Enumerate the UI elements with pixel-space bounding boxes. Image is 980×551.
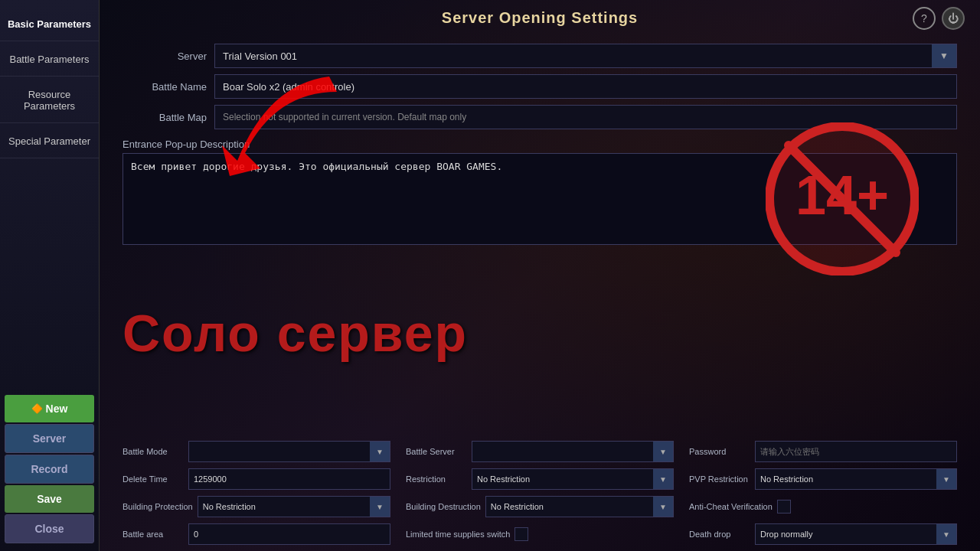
pvp-restriction-select[interactable]: No Restriction ▼ — [755, 468, 957, 490]
pvp-restriction-value: No Restriction — [756, 471, 936, 487]
sidebar: Basic Parameters Battle Parameters Resou… — [0, 0, 100, 551]
battle-area-item: Battle area — [122, 523, 390, 545]
server-button[interactable]: Server — [5, 424, 93, 453]
sidebar-nav: Basic Parameters Battle Parameters Resou… — [0, 8, 99, 158]
power-icon[interactable]: ⏻ — [942, 7, 965, 30]
limited-supplies-checkbox[interactable] — [514, 527, 528, 541]
battle-mode-label: Battle Mode — [122, 447, 184, 456]
battle-server-select[interactable]: ▼ — [472, 441, 674, 462]
battle-mode-arrow[interactable]: ▼ — [370, 442, 390, 461]
server-label: Server — [122, 51, 207, 62]
death-drop-arrow[interactable]: ▼ — [936, 524, 956, 544]
battle-mode-select[interactable]: ▼ — [188, 441, 390, 462]
restriction-select[interactable]: No Restriction ▼ — [472, 468, 674, 490]
form-area: Server Trial Version 001 ▼ Battle Name B… — [100, 36, 980, 435]
battle-area-label: Battle area — [122, 530, 184, 539]
building-protection-select[interactable]: No Restriction ▼ — [198, 496, 390, 517]
battle-mode-item: Battle Mode ▼ — [122, 441, 390, 462]
main-content: Server Opening Settings ? ⏻ Server Trial… — [100, 0, 980, 551]
server-select[interactable]: Trial Version 001 ▼ — [214, 44, 957, 68]
pvp-restriction-arrow[interactable]: ▼ — [936, 469, 956, 489]
battle-area-input[interactable] — [188, 523, 390, 545]
close-button[interactable]: Close — [5, 514, 93, 543]
limited-supplies-label: Limited time supplies switch — [406, 530, 510, 539]
battle-name-label: Battle Name — [122, 81, 207, 93]
building-destruction-value: No Restriction — [486, 499, 653, 514]
sidebar-item-basic-parameters[interactable]: Basic Parameters — [0, 8, 99, 41]
battle-server-arrow[interactable]: ▼ — [653, 442, 673, 461]
battle-name-input[interactable] — [214, 74, 957, 99]
pvp-restriction-label: PVP Restriction — [689, 474, 750, 484]
battle-map-value: Selection not supported in current versi… — [215, 107, 956, 127]
restriction-arrow[interactable]: ▼ — [653, 469, 673, 489]
entrance-popup-label: Entrance Pop-up Description — [122, 139, 957, 150]
server-row: Server Trial Version 001 ▼ — [122, 44, 957, 68]
delete-time-item: Delete Time — [122, 468, 390, 490]
sidebar-actions: New Server Record Save Close — [0, 395, 99, 551]
death-drop-label: Death drop — [689, 530, 750, 539]
death-drop-item: Death drop Drop normally ▼ — [689, 523, 957, 545]
building-protection-label: Building Protection — [122, 502, 193, 511]
anti-cheat-checkbox[interactable] — [777, 500, 791, 514]
record-button[interactable]: Record — [5, 455, 93, 484]
anti-cheat-item: Anti-Cheat Verification — [689, 496, 957, 517]
server-value: Trial Version 001 — [215, 46, 932, 67]
anti-cheat-label: Anti-Cheat Verification — [689, 502, 773, 511]
building-protection-value: No Restriction — [198, 499, 370, 514]
death-drop-value: Drop normally — [756, 527, 936, 542]
sidebar-item-special-parameter[interactable]: Special Parameter — [0, 125, 99, 158]
header: Server Opening Settings ? ⏻ — [100, 0, 980, 36]
restriction-label: Restriction — [406, 474, 467, 484]
building-protection-item: Building Protection No Restriction ▼ — [122, 496, 390, 517]
password-label: Password — [689, 447, 750, 456]
battle-server-label: Battle Server — [406, 447, 467, 456]
restriction-value: No Restriction — [472, 471, 653, 487]
server-dropdown-arrow[interactable]: ▼ — [932, 44, 956, 67]
delete-time-input[interactable] — [188, 468, 390, 490]
battle-map-row: Battle Map Selection not supported in cu… — [122, 105, 957, 129]
battle-server-item: Battle Server ▼ — [406, 441, 674, 462]
header-icons: ? ⏻ — [913, 7, 965, 30]
save-button[interactable]: Save — [5, 485, 93, 513]
entrance-popup-wrapper: Entrance Pop-up Description Всем привет … — [122, 139, 957, 245]
building-destruction-label: Building Destruction — [406, 502, 481, 511]
building-destruction-select[interactable]: No Restriction ▼ — [485, 496, 674, 517]
page-title: Server Opening Settings — [442, 9, 638, 27]
building-protection-arrow[interactable]: ▼ — [370, 497, 390, 517]
entrance-popup-textarea[interactable]: Всем привет дорогие друзья. Это официаль… — [122, 153, 957, 245]
building-destruction-arrow[interactable]: ▼ — [653, 497, 673, 517]
sidebar-item-resource-parameters[interactable]: Resource Parameters — [0, 78, 99, 123]
delete-time-label: Delete Time — [122, 474, 184, 484]
password-input[interactable] — [755, 441, 957, 462]
death-drop-select[interactable]: Drop normally ▼ — [755, 523, 957, 545]
battle-name-row: Battle Name — [122, 74, 957, 99]
help-icon[interactable]: ? — [913, 7, 936, 30]
params-grid: Battle Mode ▼ Battle Server ▼ Password — [100, 435, 980, 551]
restriction-item: Restriction No Restriction ▼ — [406, 468, 674, 490]
battle-map-select[interactable]: Selection not supported in current versi… — [214, 105, 957, 129]
pvp-restriction-item: PVP Restriction No Restriction ▼ — [689, 468, 957, 490]
entrance-popup-row: Entrance Pop-up Description Всем привет … — [122, 139, 957, 245]
battle-map-label: Battle Map — [122, 112, 207, 123]
building-destruction-item: Building Destruction No Restriction ▼ — [406, 496, 674, 517]
new-button[interactable]: New — [5, 395, 93, 422]
sidebar-item-battle-parameters[interactable]: Battle Parameters — [0, 43, 99, 77]
password-item: Password — [689, 441, 957, 462]
limited-supplies-item: Limited time supplies switch — [406, 523, 674, 545]
